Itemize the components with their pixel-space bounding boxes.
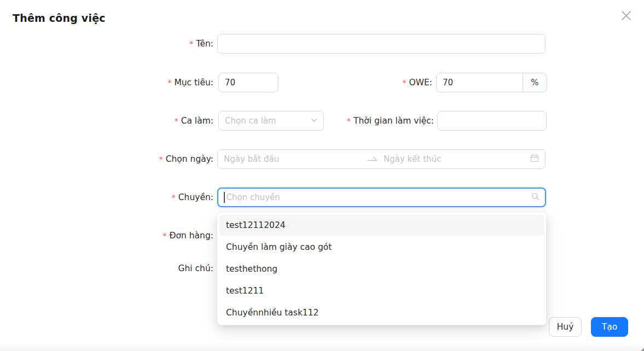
swap-right-arrow-icon (367, 155, 378, 163)
dropdown-option[interactable]: Chuyềnnhiều task112 (219, 302, 544, 323)
owe-percent-addon: % (523, 73, 547, 92)
worktime-label: * Thời gian làm việc: (301, 111, 434, 131)
required-asterisk: * (163, 231, 167, 240)
required-asterisk: * (172, 193, 176, 202)
required-asterisk: * (167, 78, 171, 87)
calendar-icon (530, 154, 539, 165)
owe-input[interactable] (437, 73, 523, 92)
name-input[interactable] (217, 34, 546, 54)
line-select[interactable]: Chọn chuyền (217, 188, 546, 207)
start-date-input[interactable] (224, 150, 367, 168)
line-select-dropdown: test12112024 Chuyền làm giày cao gót tes… (217, 213, 546, 325)
modal-title: Thêm công việc (13, 12, 106, 24)
text-caret (224, 192, 225, 203)
required-asterisk: * (175, 116, 178, 125)
dropdown-option[interactable]: Chuyền làm giày cao gót (219, 237, 544, 258)
close-icon (621, 10, 631, 23)
line-label: * Chuyền: (104, 188, 213, 207)
close-button[interactable] (618, 9, 634, 24)
owe-input-group: % (436, 73, 547, 92)
shift-select-placeholder: Chọn ca làm (225, 116, 311, 126)
modal-bottom-shadow (0, 342, 644, 351)
dropdown-option[interactable]: testhethong (219, 259, 544, 279)
worktime-input[interactable] (437, 111, 547, 131)
cancel-button[interactable]: Huỷ (549, 317, 582, 337)
required-asterisk: * (159, 155, 163, 163)
target-input[interactable] (218, 73, 279, 92)
required-asterisk: * (189, 39, 193, 48)
line-select-placeholder: Chọn chuyền (227, 192, 532, 202)
resize-grip (641, 348, 644, 351)
name-label: * Tên: (82, 34, 213, 54)
owe-label: * OWE: (328, 73, 432, 92)
end-date-input[interactable] (384, 150, 530, 168)
date-range-picker[interactable] (217, 149, 546, 169)
order-label: * Đơn hàng: (82, 226, 213, 245)
required-asterisk: * (347, 116, 351, 125)
required-asterisk: * (402, 78, 406, 87)
target-label: * Mục tiêu: (104, 73, 213, 92)
create-button[interactable]: Tạo (591, 317, 628, 337)
search-icon (531, 192, 539, 203)
dropdown-option[interactable]: test1211 (219, 280, 544, 301)
shift-label: * Ca làm: (104, 111, 213, 131)
date-range-label: * Chọn ngày: (82, 149, 213, 169)
add-task-modal: Thêm công việc * Tên: * Mục tiêu: * OWE:… (0, 0, 644, 351)
dropdown-option[interactable]: test12112024 (219, 215, 544, 236)
note-label: Ghi chú: (82, 259, 213, 278)
